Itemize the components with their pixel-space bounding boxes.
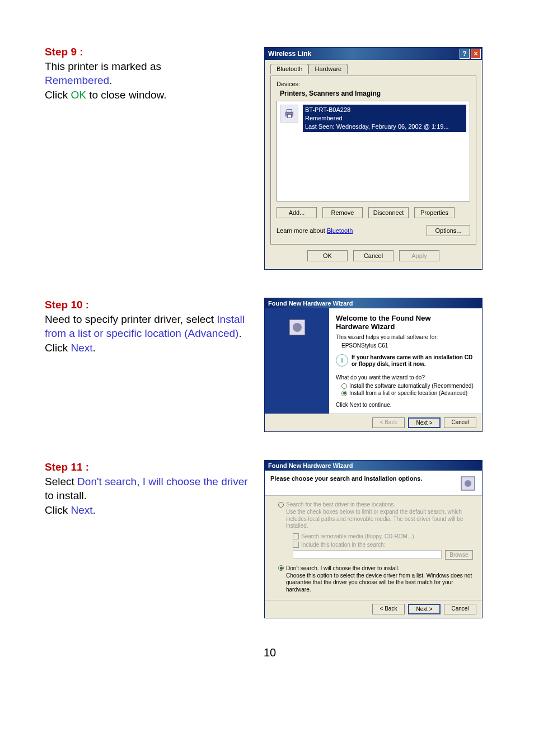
cancel-button[interactable]: Cancel [353, 250, 394, 261]
device-name: BT-PRT-B0A228 [305, 106, 464, 114]
check-removable: Search removable media (floppy, CD-ROM..… [293, 533, 473, 539]
bluetooth-panel: Devices: Printers, Scanners and Imaging … [270, 76, 476, 245]
info-icon: i [336, 354, 348, 367]
tab-bluetooth[interactable]: Bluetooth [270, 64, 308, 74]
step-9-block: Step 9 : This printer is marked as Remem… [45, 45, 495, 270]
radio-icon [341, 391, 347, 396]
radio-list[interactable]: Install from a list or specific location… [341, 390, 475, 396]
wiz1-continue: Click Next to continue. [336, 402, 475, 408]
step11-next: Next [71, 504, 92, 516]
device-list: BT-PRT-B0A228 Remembered Last Seen: Wedn… [277, 101, 470, 201]
wiz1-heading: Welcome to the Found New Hardware Wizard [336, 314, 475, 331]
learn-bluetooth-link[interactable]: Bluetooth [327, 227, 353, 234]
location-input [293, 550, 442, 559]
next-button[interactable]: Next > [408, 417, 441, 428]
add-button[interactable]: Add... [277, 207, 317, 218]
printer-icon [280, 105, 298, 123]
browse-button: Browse [445, 550, 473, 560]
checkbox-icon [293, 533, 299, 539]
step-11-text: Step 11 : Select Don't search, I will ch… [45, 460, 257, 618]
radio-icon [341, 383, 347, 389]
properties-button[interactable]: Properties [414, 207, 455, 218]
step11-hl: Don't search, I will choose the driver [77, 476, 248, 487]
wizard-2-dialog: Found New Hardware Wizard Please choose … [264, 460, 483, 618]
search-desc: Use the check boxes below to limit or ex… [286, 509, 473, 530]
svg-point-4 [293, 323, 302, 332]
wiz1-sidebar [265, 308, 329, 414]
radio-icon [278, 565, 284, 571]
devices-label: Devices: [277, 81, 470, 87]
apply-button: Apply [399, 250, 439, 261]
svg-rect-1 [287, 110, 292, 112]
device-last-seen: Last Seen: Wednesday, February 06, 2002 … [305, 123, 464, 131]
step9-line1: This printer is marked as [45, 60, 161, 72]
disconnect-button[interactable]: Disconnect [368, 207, 409, 218]
device-category: Printers, Scanners and Imaging [280, 90, 470, 97]
wiz1-titlebar: Found New Hardware Wizard [265, 298, 482, 308]
check-include: Include this location in the search: [293, 542, 473, 548]
options-button[interactable]: Options... [427, 225, 470, 236]
tab-hardware[interactable]: Hardware [308, 64, 348, 74]
wl-titlebar: Wireless Link ? × [265, 48, 482, 60]
close-icon[interactable]: × [471, 49, 481, 59]
radio-search[interactable]: Search for the best driver in these loca… [278, 501, 473, 508]
wiz1-question: What do you want the wizard to do? [336, 374, 475, 381]
wiz2-body: Search for the best driver in these loca… [265, 496, 482, 600]
ok-button[interactable]: OK [307, 250, 348, 261]
wizard-1-dialog: Found New Hardware Wizard Welcome to the… [264, 298, 483, 432]
wiz2-header: Please choose your search and installati… [265, 471, 482, 496]
wiz1-main: Welcome to the Found New Hardware Wizard… [329, 308, 482, 414]
wiz2-titlebar: Found New Hardware Wizard [265, 461, 482, 471]
step9-ok: OK [71, 89, 86, 101]
cancel-button[interactable]: Cancel [444, 417, 476, 428]
device-status: Remembered [305, 114, 464, 123]
hardware-icon [460, 475, 476, 492]
step-10-title: Step 10 : [45, 298, 257, 312]
step-10-block: Step 10 : Need to specify printer driver… [45, 298, 495, 432]
step9-remembered: Remembered [45, 74, 109, 86]
wiz2-heading: Please choose your search and installati… [270, 475, 422, 482]
device-item[interactable]: BT-PRT-B0A228 Remembered Last Seen: Wedn… [280, 105, 466, 132]
step-10-text: Step 10 : Need to specify printer driver… [45, 298, 257, 432]
back-button[interactable]: < Back [372, 604, 405, 614]
cancel-button[interactable]: Cancel [444, 604, 476, 614]
page-number: 10 [45, 646, 495, 659]
step-11-block: Step 11 : Select Don't search, I will ch… [45, 460, 495, 618]
remove-button[interactable]: Remove [322, 207, 363, 218]
next-button[interactable]: Next > [408, 604, 441, 614]
radio-auto[interactable]: Install the software automatically (Reco… [341, 383, 475, 389]
wireless-link-dialog: Wireless Link ? × Bluetooth Hardware Dev… [264, 47, 483, 270]
dont-desc: Choose this option to select the device … [286, 572, 473, 594]
radio-icon [278, 502, 284, 508]
step10-next: Next [71, 342, 92, 354]
step-11-title: Step 11 : [45, 460, 257, 475]
help-icon[interactable]: ? [460, 49, 470, 59]
device-info: BT-PRT-B0A228 Remembered Last Seen: Wedn… [303, 105, 466, 132]
radio-dont-search[interactable]: Don't search. I will choose the driver t… [278, 565, 473, 571]
checkbox-icon [293, 542, 299, 548]
svg-rect-2 [287, 115, 291, 118]
step-9-title: Step 9 : [45, 45, 257, 59]
wiz1-subtext: This wizard helps you install software f… [336, 334, 475, 340]
svg-point-6 [465, 480, 471, 487]
hardware-icon [286, 316, 308, 339]
back-button: < Back [372, 417, 405, 428]
wl-title: Wireless Link [268, 50, 311, 58]
step-9-text: Step 9 : This printer is marked as Remem… [45, 45, 257, 270]
wiz1-device: EPSONStylus C61 [341, 342, 475, 349]
wiz1-note: i If your hardware came with an installa… [336, 354, 475, 368]
learn-more-text: Learn more about Bluetooth [277, 227, 353, 234]
